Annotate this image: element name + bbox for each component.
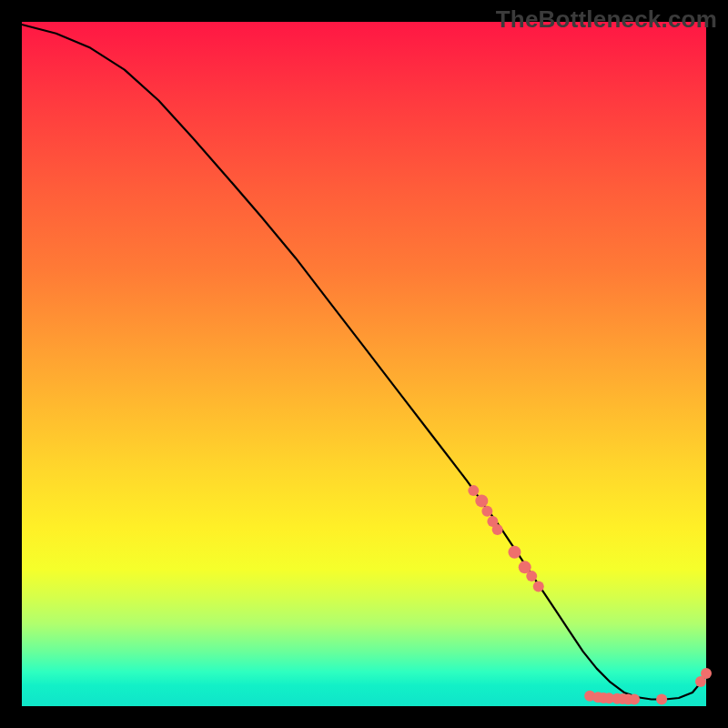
marker-dot [701,668,712,679]
marker-dot [629,693,640,704]
marker-dot [475,494,488,507]
curve-svg [22,22,706,706]
marker-dot [533,581,544,592]
highlighted-markers [468,485,712,704]
marker-dot [656,693,667,704]
marker-dot [526,571,537,581]
marker-dot [468,485,479,496]
chart-stage: TheBottleneck.com [0,0,728,728]
plot-area [22,22,706,706]
bottleneck-curve [22,25,706,699]
watermark: TheBottleneck.com [496,5,717,34]
marker-dot [492,524,503,535]
marker-dot [508,546,521,559]
marker-dot [481,506,492,517]
